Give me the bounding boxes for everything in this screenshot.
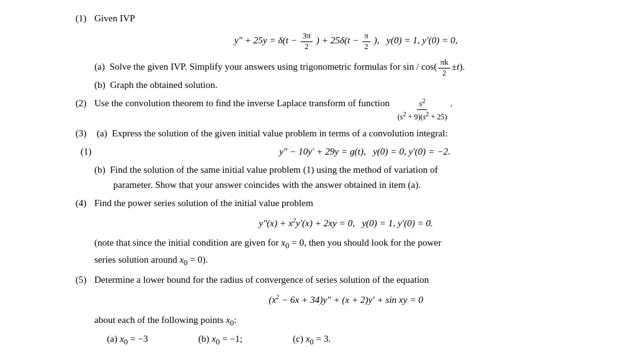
problem-2-number: (2) [75, 96, 94, 111]
problem-4-note: (note that since the initial condition a… [75, 236, 616, 269]
problem-1-title: Given IVP [94, 11, 135, 26]
problem-3-line: (3) (a) Express the solution of the give… [75, 126, 616, 141]
problem-3: (3) (a) Express the solution of the give… [75, 126, 616, 192]
problem-3-eq-container: (1) y″ − 10y′ + 29y = g(t), y(0) = 0, y′… [75, 145, 616, 159]
problem-1b: (b) Graph the obtained solution. [75, 78, 616, 92]
problem-2-text: Use the convolution theorem to find the … [94, 96, 394, 111]
problem-4-text: Find the power series solution of the in… [94, 196, 313, 211]
problem-5-number: (5) [75, 273, 94, 287]
problem-1-number: (1) [75, 11, 94, 26]
problem-4: (4) Find the power series solution of th… [75, 196, 616, 269]
problem-5-about: about each of the following points x0: [75, 313, 616, 329]
problem-5-points: (a) x0 = −3 (b) x0 = −1; (c) x0 = 3. [75, 332, 616, 348]
problem-3b: (b) Find the solution of the same initia… [75, 163, 616, 192]
equation-4: y″(x) + x2y′(x) + 2xy = 0, y(0) = 1, y′(… [75, 216, 616, 231]
problem-1a: (a) Solve the given IVP. Simplify your a… [75, 57, 616, 78]
problem-5-text: Determine a lower bound for the radius o… [94, 273, 429, 287]
equation-1: y″ + 25y = δ(t − 3π 2 ) + 25δ(t − π 2 ),… [75, 31, 616, 52]
problem-1b-text: (b) Graph the obtained solution. [94, 80, 218, 90]
problem-5-point-b: (b) x0 = −1; [198, 332, 242, 348]
problem-3-equation: y″ − 10y′ + 29y = g(t), y(0) = 0, y′(0) … [113, 145, 616, 159]
problem-4-line: (4) Find the power series solution of th… [75, 196, 616, 211]
problem-5-point-a: (a) x0 = −3 [107, 332, 148, 348]
problem-4-number: (4) [75, 196, 94, 211]
problem-2: (2) Use the convolution theorem to find … [75, 96, 616, 122]
equation-5: (x2 − 6x + 34)y″ + (x + 2)y′ + sin xy = … [75, 292, 616, 307]
problem-3b-text: (b) Find the solution of the same initia… [94, 165, 438, 175]
problem-2-line: (2) Use the convolution theorem to find … [75, 96, 616, 122]
problem-5: (5) Determine a lower bound for the radi… [75, 273, 616, 348]
problem-3a-label: (a) Express the solution of the given in… [94, 126, 448, 141]
problem-5-point-c: (c) x0 = 3. [293, 332, 331, 348]
problem-1a-text: (a) Solve the given IVP. Simplify your a… [94, 62, 437, 72]
main-content: (1) Given IVP y″ + 25y = δ(t − 3π 2 ) + … [75, 11, 616, 348]
problem-3-eq-label: (1) [75, 145, 113, 159]
problem-5-line: (5) Determine a lower bound for the radi… [75, 273, 616, 287]
problem-1: (1) Given IVP y″ + 25y = δ(t − 3π 2 ) + … [75, 11, 616, 92]
problem-1-header: (1) Given IVP [75, 11, 616, 26]
problem-3-number: (3) [75, 126, 94, 141]
